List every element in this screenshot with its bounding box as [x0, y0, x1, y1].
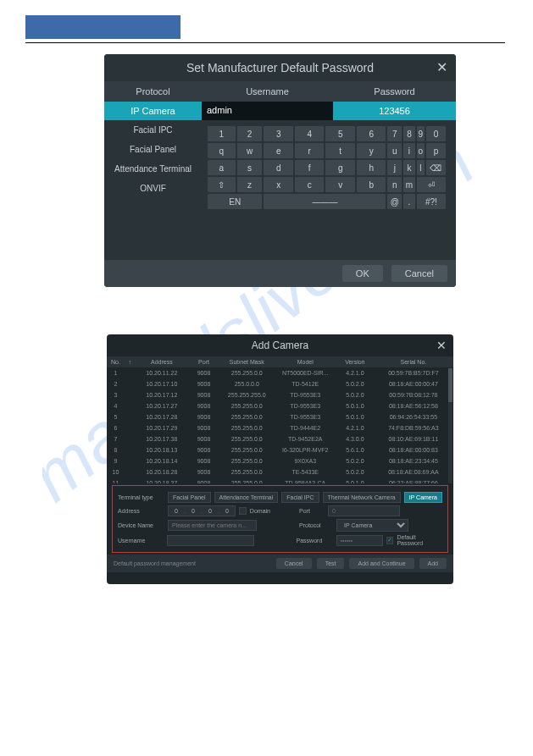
username-input[interactable]: admin — [202, 102, 333, 120]
kbd-key[interactable]: z — [237, 177, 263, 192]
kbd-key[interactable]: 7 — [387, 126, 402, 141]
protocol-item[interactable]: ONVIF — [104, 179, 202, 198]
kbd-key[interactable]: r — [295, 143, 325, 158]
kbd-key[interactable]: 2 — [237, 126, 263, 141]
kbd-key[interactable]: p — [426, 143, 446, 158]
ip-octet-1[interactable] — [169, 506, 184, 516]
test-button[interactable]: Test — [317, 558, 345, 569]
scrollbar-thumb[interactable] — [448, 368, 452, 402]
kbd-key[interactable]: m — [403, 177, 415, 192]
ip-octet-2[interactable] — [186, 506, 201, 516]
terminal-btn-attendance[interactable]: Attendance Terminal — [214, 492, 279, 503]
table-row[interactable]: 1110.20.18.379008255.255.0.0TD-9584A3-CA… — [107, 477, 453, 483]
ok-button[interactable]: OK — [342, 265, 383, 282]
table-row[interactable]: 410.20.17.279008255.255.0.0TD-9553E35.0.… — [107, 400, 453, 411]
col-address[interactable]: Address — [135, 356, 188, 367]
add-button[interactable]: Add — [419, 558, 447, 569]
kbd-key[interactable]: 4 — [295, 126, 325, 141]
kbd-key[interactable]: 9 — [417, 126, 425, 141]
kbd-key[interactable]: n — [387, 177, 402, 192]
enter-icon[interactable]: ⏎ — [417, 177, 446, 192]
kbd-key[interactable]: k — [403, 160, 415, 175]
kbd-key[interactable]: i — [403, 143, 415, 158]
username-input[interactable] — [167, 535, 254, 546]
col-version[interactable]: Version — [336, 356, 374, 367]
kbd-key[interactable]: j — [387, 160, 402, 175]
cell-version: 4.2.1.0 — [336, 422, 374, 433]
sort-arrow-icon[interactable]: ↑ — [125, 356, 136, 367]
kbd-key[interactable]: g — [325, 160, 355, 175]
scrollbar[interactable] — [448, 368, 452, 483]
table-row[interactable]: 710.20.17.389008255.255.0.0TD-9452E2A4.3… — [107, 433, 453, 444]
terminal-btn-facial-ipc[interactable]: Facial IPC — [281, 492, 319, 503]
terminal-btn-ip-camera[interactable]: IP Camera — [404, 492, 442, 503]
kbd-lang[interactable]: EN — [208, 194, 262, 209]
protocol-item[interactable]: Attendance Terminal — [104, 159, 202, 179]
cell-model: TD-9553E3 — [275, 400, 336, 411]
password-input[interactable] — [336, 535, 383, 546]
kbd-key[interactable]: l — [417, 160, 425, 175]
kbd-key[interactable]: 5 — [325, 126, 355, 141]
table-row[interactable]: 110.20.11.229008255.255.0.0NT5000ED-SIR.… — [107, 367, 453, 378]
default-password-management-link[interactable]: Default password management — [114, 560, 196, 566]
kbd-key[interactable]: 6 — [357, 126, 386, 141]
col-no[interactable]: No. — [107, 356, 125, 367]
shift-icon[interactable]: ⇧ — [208, 177, 236, 192]
kbd-key[interactable]: @ — [387, 194, 402, 209]
cancel-button[interactable]: Cancel — [391, 265, 447, 282]
kbd-key[interactable]: e — [264, 143, 293, 158]
table-row[interactable]: 910.20.18.149008255.255.0.09X0XA35.0.2.0… — [107, 455, 453, 466]
kbd-key[interactable]: 3 — [264, 126, 293, 141]
kbd-key[interactable]: a — [208, 160, 236, 175]
table-row[interactable]: 1010.20.18.289008255.255.0.0TE-5433E5.0.… — [107, 466, 453, 477]
backspace-icon[interactable]: ⌫ — [426, 160, 446, 175]
protocol-select[interactable]: IP Camera — [336, 519, 408, 532]
table-row[interactable]: 210.20.17.109008255.0.0.0TD-5412E5.0.2.0… — [107, 378, 453, 389]
kbd-key[interactable]: c — [295, 177, 325, 192]
terminal-btn-facial-panel[interactable]: Facial Panel — [168, 492, 211, 503]
table-row[interactable]: 510.20.17.289008255.255.0.0TD-9553E35.0.… — [107, 411, 453, 422]
col-model[interactable]: Model — [275, 356, 336, 367]
cancel-button[interactable]: Cancel — [276, 558, 312, 569]
kbd-key[interactable]: h — [357, 160, 386, 175]
kbd-key[interactable]: u — [387, 143, 402, 158]
ip-address-input[interactable]: . . . — [168, 505, 236, 516]
col-port[interactable]: Port — [188, 356, 219, 367]
cell-model: TD-9444E2 — [275, 422, 336, 433]
kbd-key[interactable]: 0 — [426, 126, 446, 141]
kbd-symbols[interactable]: #?! — [417, 194, 446, 209]
device-name-input[interactable] — [168, 520, 257, 531]
kbd-key[interactable]: d — [264, 160, 293, 175]
table-row[interactable]: 810.20.18.139008255.255.0.0I6-320LPR-MVF… — [107, 444, 453, 455]
kbd-key[interactable]: 1 — [208, 126, 236, 141]
default-password-checkbox[interactable]: ✓ — [386, 537, 394, 544]
table-row[interactable]: 310.20.17.129008255.255.255.0TD-9553E35.… — [107, 389, 453, 400]
kbd-key[interactable]: q — [208, 143, 236, 158]
col-subnet-mask[interactable]: Subnet Mask — [219, 356, 275, 367]
close-icon[interactable]: ✕ — [436, 339, 447, 352]
port-input[interactable] — [328, 505, 400, 516]
ip-octet-3[interactable] — [203, 506, 218, 516]
close-icon[interactable]: ✕ — [436, 59, 447, 75]
ip-octet-4[interactable] — [219, 506, 235, 516]
selected-protocol-row[interactable]: IP Camera admin 123456 — [104, 102, 456, 120]
kbd-key[interactable]: . — [403, 194, 415, 209]
add-continue-button[interactable]: Add and Continue — [349, 558, 414, 569]
terminal-btn-thermal[interactable]: Thermal Network Camera — [323, 492, 401, 503]
protocol-item[interactable]: Facial Panel — [104, 140, 202, 159]
kbd-key[interactable]: f — [295, 160, 325, 175]
kbd-key[interactable]: v — [325, 177, 355, 192]
domain-checkbox[interactable] — [239, 507, 247, 515]
kbd-key[interactable]: t — [325, 143, 355, 158]
kbd-key[interactable]: b — [357, 177, 386, 192]
col-serial-no[interactable]: Serial No. — [374, 356, 453, 367]
kbd-key[interactable]: x — [264, 177, 293, 192]
protocol-item[interactable]: Facial IPC — [104, 120, 202, 140]
kbd-key[interactable]: y — [357, 143, 386, 158]
spacebar-key[interactable]: ——— — [264, 194, 386, 209]
kbd-key[interactable]: 8 — [403, 126, 415, 141]
table-row[interactable]: 610.20.17.299008255.255.0.0TD-9444E24.2.… — [107, 422, 453, 433]
kbd-key[interactable]: s — [237, 160, 263, 175]
kbd-key[interactable]: w — [237, 143, 263, 158]
kbd-key[interactable]: o — [417, 143, 425, 158]
